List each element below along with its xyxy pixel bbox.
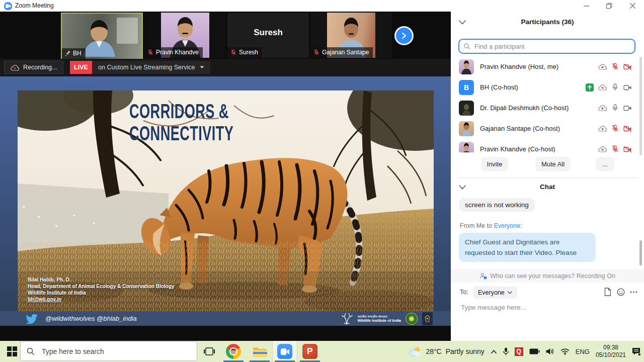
- bottom-black-strip: [0, 326, 451, 341]
- author-dept: Head, Department of Animal Ecology & Con…: [28, 283, 174, 290]
- cloud-recording-icon: [598, 84, 607, 90]
- chat-more-icon[interactable]: [630, 291, 637, 293]
- participant-row[interactable]: Gajanan Santape (Co-host): [451, 118, 644, 139]
- task-view-button[interactable]: [204, 346, 215, 356]
- participant-name: Pravin Khandve (Co-host): [480, 145, 592, 152]
- chevron-down-icon: [508, 291, 512, 294]
- partly-sunny-icon: [409, 346, 422, 356]
- recording-bar: Recording... LIVE on Custom Live Streami…: [0, 59, 451, 76]
- tray-expand-icon[interactable]: [491, 349, 497, 354]
- avatar: [459, 101, 474, 116]
- powerpoint-taskbar-icon[interactable]: P: [302, 344, 317, 359]
- screen-share-icon: [586, 83, 594, 92]
- video-tile-bh[interactable]: BH: [61, 13, 143, 60]
- volume-icon[interactable]: [546, 348, 554, 355]
- video-muted-icon: [623, 146, 632, 153]
- battery-icon[interactable]: [529, 348, 540, 354]
- next-videos-button[interactable]: [396, 28, 412, 44]
- pin-icon: [65, 50, 70, 56]
- language-indicator[interactable]: ENG: [576, 348, 590, 355]
- live-badge[interactable]: LIVE: [70, 61, 92, 74]
- invite-button[interactable]: Invite: [481, 157, 508, 171]
- zoom-taskbar-icon[interactable]: [277, 344, 292, 359]
- window-title: Zoom Meeting: [15, 2, 54, 9]
- file-explorer-taskbar-icon[interactable]: [252, 344, 267, 359]
- action-center-icon[interactable]: [632, 347, 641, 356]
- to-value: Everyone: [478, 289, 505, 296]
- wifi-icon[interactable]: [560, 348, 570, 355]
- cloud-recording-icon: [598, 125, 607, 132]
- mic-muted-icon: [611, 145, 619, 152]
- shared-screen-area: CORRIDORS & CONNECTIVITY Bilal Habib, Ph…: [0, 76, 451, 341]
- participant-row[interactable]: Pravin Khandve (Host, me): [451, 56, 644, 77]
- clock-widget[interactable]: 09:38 05/10/2021: [596, 344, 626, 359]
- participants-more-button[interactable]: ...: [596, 157, 614, 171]
- restore-button[interactable]: [598, 0, 621, 12]
- tile-label-bh: BH: [62, 48, 86, 59]
- twitter-handles: @wildwithwolves @bhlab_india: [45, 315, 137, 322]
- chat-message-input[interactable]: [460, 303, 628, 312]
- search-icon: [27, 347, 35, 355]
- from-prefix: From Me to: [460, 222, 494, 229]
- taskbar-search-box[interactable]: [20, 341, 197, 361]
- stream-service-label: on Custom Live Streaming Service: [98, 64, 195, 71]
- video-icon: [623, 105, 632, 112]
- tile-label-gajanan: Gajanan Santape: [310, 47, 373, 58]
- recording-indicator[interactable]: Recording...: [4, 61, 63, 74]
- mute-all-button[interactable]: Mute All: [535, 157, 571, 171]
- mic-muted-icon: [230, 49, 236, 55]
- video-tile-gajanan[interactable]: Gajanan Santape: [310, 13, 392, 58]
- cloud-recording-icon: [598, 63, 607, 70]
- video-tile-pravin[interactable]: Pravin Khandve: [144, 13, 226, 58]
- window-titlebar: Zoom Meeting: [0, 0, 644, 12]
- chat-privacy-notice[interactable]: Who can see your messages? Recording On: [451, 269, 644, 283]
- green-emblem-logo: [406, 313, 418, 325]
- from-target-link[interactable]: Everyone: [494, 222, 520, 229]
- collapse-participants-icon[interactable]: [459, 20, 466, 25]
- participant-row[interactable]: B BH (Co-host): [451, 77, 644, 98]
- to-label: To:: [460, 289, 468, 296]
- video-tile-suresh[interactable]: Suresh Suresh: [227, 13, 309, 58]
- tray-mic-icon[interactable]: [503, 347, 509, 355]
- start-button[interactable]: [7, 346, 17, 356]
- file-attach-icon[interactable]: [604, 288, 611, 296]
- cloud-recording-icon: [598, 146, 607, 152]
- twitter-icon: [25, 314, 38, 324]
- section-divider: [458, 177, 637, 178]
- cloud-recording-icon: [598, 105, 607, 111]
- participant-row[interactable]: Dr. Dipali Deshmukh (Co-host): [451, 98, 644, 118]
- people-privacy-icon: [479, 273, 487, 280]
- author-email: bh@wii.gov.in: [28, 296, 174, 303]
- stream-service-dropdown[interactable]: on Custom Live Streaming Service: [92, 61, 210, 74]
- from-suffix: :: [520, 222, 522, 229]
- participant-name: Dr. Dipali Deshmukh (Co-host): [480, 104, 592, 112]
- chat-message-sent: Chief Guest and Dignitaries are requeste…: [459, 233, 596, 262]
- chat-scrollbar[interactable]: [639, 240, 642, 265]
- avatar: [459, 59, 474, 74]
- author-name: Bilal Habib, Ph. D.: [28, 277, 174, 283]
- participant-search-input[interactable]: [473, 42, 630, 51]
- participants-scrollbar[interactable]: [639, 57, 642, 155]
- taskbar-search-input[interactable]: [41, 347, 191, 356]
- minimize-button[interactable]: [575, 0, 598, 12]
- emoji-icon[interactable]: [617, 288, 625, 296]
- tile-name: Gajanan Santape: [322, 49, 369, 56]
- weather-widget[interactable]: 28°C Partly sunny: [409, 346, 484, 356]
- slide-title: CORRIDORS & CONNECTIVITY: [129, 100, 233, 145]
- wii-antler-icon: [342, 312, 353, 325]
- participant-search-box[interactable]: [458, 39, 635, 54]
- antivirus-tray-icon[interactable]: Q: [515, 347, 523, 356]
- windows-taskbar: P 28°C Partly sunny Q ENG 09:3: [0, 341, 644, 362]
- close-button[interactable]: [621, 0, 644, 12]
- chrome-taskbar-icon[interactable]: [226, 344, 241, 359]
- collapse-chat-icon[interactable]: [459, 185, 466, 190]
- tile-label-pravin: Pravin Khandve: [144, 47, 203, 58]
- presentation-slide: CORRIDORS & CONNECTIVITY Bilal Habib, Ph…: [18, 90, 434, 311]
- participant-row[interactable]: Pravin Khandve (Co-host): [451, 139, 644, 152]
- video-thumbnail-strip: BH Pravin Khandve Suresh: [0, 12, 451, 59]
- avatar-initial: B: [459, 80, 474, 95]
- tray-time: 09:38: [603, 344, 618, 351]
- to-recipient-dropdown[interactable]: Everyone: [473, 287, 517, 299]
- chat-message-received: screen is not working: [459, 198, 535, 212]
- participants-header: Participants (36): [451, 18, 644, 26]
